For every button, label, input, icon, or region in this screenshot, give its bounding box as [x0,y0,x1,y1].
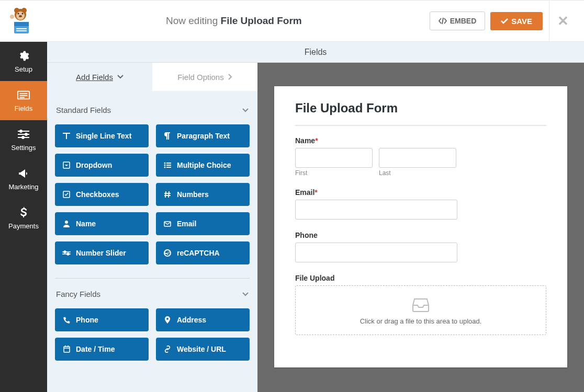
field-upload-wrapper: File Upload Click or drag a file to this… [295,274,546,335]
field-label: Paragraph Text [177,132,230,140]
dropzone-text: Click or drag a file to this area to upl… [301,317,541,325]
field-website-url[interactable]: Website / URL [156,338,250,361]
save-label: SAVE [511,17,532,26]
field-date-time[interactable]: Date / Time [55,338,149,361]
tab-label: Add Fields [76,73,113,82]
svg-point-24 [164,163,166,164]
form-preview: File Upload Form Name* First Last [274,86,567,367]
dollar-icon [17,206,30,219]
panel-tabs: Add Fields Field Options [47,63,257,91]
list-icon [163,162,172,168]
gear-icon [17,50,30,62]
svg-point-28 [164,167,166,168]
field-numbers[interactable]: Numbers [156,183,250,206]
user-icon [62,220,71,227]
check-square-icon [62,191,71,198]
close-icon[interactable]: ✕ [557,13,569,29]
first-name-input[interactable] [295,148,373,168]
field-label: Checkboxes [76,190,119,199]
field-email[interactable]: Email [156,212,250,235]
field-label: Multiple Choice [177,161,231,169]
svg-point-39 [64,251,66,253]
svg-rect-25 [166,163,171,164]
field-label: Single Line Text [76,132,131,140]
field-checkboxes[interactable]: Checkboxes [55,183,149,206]
panel-title: Fields [47,42,584,63]
link-icon [163,345,172,353]
svg-point-35 [65,221,68,224]
field-email-wrapper: Email* [295,188,546,220]
field-recaptcha[interactable]: reCAPTCHA [156,241,250,264]
chevron-right-icon [228,74,232,80]
svg-point-20 [20,130,22,132]
field-number-slider[interactable]: Number Slider [55,241,149,264]
sidenav-item-payments[interactable]: Payments [0,199,47,238]
section-standard-header[interactable]: Standard Fields [55,99,250,121]
svg-line-12 [442,18,443,24]
field-label: Numbers [177,190,209,199]
email-input[interactable] [295,200,457,220]
pin-icon [163,316,172,324]
svg-rect-41 [64,347,70,352]
check-icon [501,18,508,24]
embed-button[interactable]: EMBED [430,11,486,30]
section-fancy-header[interactable]: Fancy Fields [55,283,250,305]
svg-point-6 [19,15,22,17]
phone-icon [62,317,71,324]
sidenav-item-fields[interactable]: Fields [0,81,47,120]
tab-add-fields[interactable]: Add Fields [47,63,152,91]
first-sublabel: First [295,169,373,177]
main-layout: Setup Fields Settings Marketing Payments [0,42,584,392]
field-label: Name [76,220,96,228]
field-label: Phone [76,316,98,324]
field-label: Email [177,220,196,228]
tab-field-options[interactable]: Field Options [152,63,257,91]
svg-line-31 [165,191,166,198]
svg-point-5 [22,13,24,15]
sidenav-item-marketing[interactable]: Marketing [0,159,47,199]
embed-label: EMBED [450,17,477,25]
sidenav-item-setup[interactable]: Setup [0,42,47,81]
field-label: reCAPTCHA [177,249,220,257]
save-button[interactable]: SAVE [490,12,543,30]
section-divider [55,278,250,279]
sliders-icon [17,128,30,141]
field-single-line-text[interactable]: Single Line Text [55,124,149,147]
editing-title: Now editing File Upload Form [38,15,430,27]
last-name-input[interactable] [379,148,456,168]
field-dropdown[interactable]: Dropdown [55,154,149,177]
standard-fields-grid: Single Line Text Paragraph Text Dropdown… [55,121,250,274]
email-label: Email* [295,188,546,197]
chevron-down-icon [242,108,249,112]
field-label: Address [177,316,206,324]
preview-canvas: File Upload Form Name* First Last [257,63,584,392]
editing-prefix: Now editing [166,15,221,26]
google-icon [163,249,172,257]
sidenav-item-settings[interactable]: Settings [0,120,47,159]
svg-point-26 [164,165,166,166]
svg-point-21 [25,133,27,135]
sidenav-label: Settings [12,144,36,152]
envelope-icon [163,221,172,227]
svg-line-32 [169,191,169,198]
side-nav: Setup Fields Settings Marketing Payments [0,42,47,392]
phone-input[interactable] [295,243,457,262]
field-address[interactable]: Address [156,308,250,331]
field-multiple-choice[interactable]: Multiple Choice [156,154,250,177]
svg-rect-11 [16,30,27,31]
section-title: Fancy Fields [56,290,100,298]
field-name[interactable]: Name [55,212,149,235]
paragraph-icon [163,132,172,140]
app-logo [3,5,38,37]
top-bar: Now editing File Upload Form EMBED SAVE … [0,0,584,42]
fields-scroll: Standard Fields Single Line Text Paragra… [47,91,257,373]
field-paragraph-text[interactable]: Paragraph Text [156,124,250,147]
file-dropzone[interactable]: Click or drag a file to this area to upl… [295,285,546,335]
close-area: ✕ [549,0,576,42]
tab-label: Field Options [177,73,223,82]
preview-form-title: File Upload Form [295,101,546,126]
field-phone[interactable]: Phone [55,308,149,331]
hash-icon [163,191,172,198]
chevron-down-icon [242,292,249,296]
sidenav-label: Marketing [8,183,38,191]
